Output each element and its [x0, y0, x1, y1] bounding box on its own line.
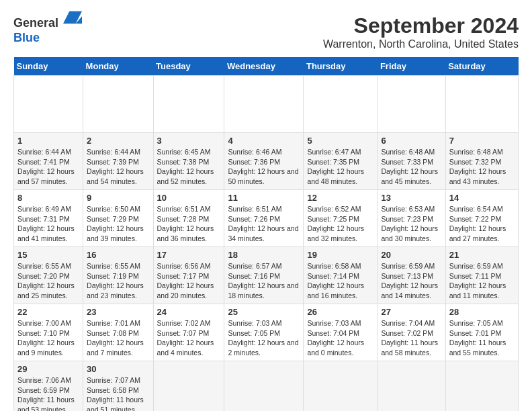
col-saturday: Saturday — [445, 57, 518, 76]
day-number: 3 — [157, 136, 221, 146]
page-subtitle: Warrenton, North Carolina, United States — [323, 38, 519, 50]
day-cell-14: 14 Sunrise: 6:54 AMSunset: 7:22 PMDaylig… — [445, 190, 518, 247]
header-row: Sunday Monday Tuesday Wednesday Thursday… — [14, 57, 519, 76]
day-cell-4: 4 Sunrise: 6:46 AMSunset: 7:36 PMDayligh… — [224, 133, 304, 190]
day-info: Sunrise: 6:54 AMSunset: 7:22 PMDaylight:… — [449, 204, 515, 244]
day-info: Sunrise: 6:50 AMSunset: 7:29 PMDaylight:… — [87, 204, 149, 244]
day-number: 15 — [17, 250, 79, 260]
day-cell-27: 27 Sunrise: 7:04 AMSunset: 7:02 PMDaylig… — [378, 304, 445, 361]
table-row: 29 Sunrise: 7:06 AMSunset: 6:59 PMDaylig… — [14, 361, 519, 412]
day-info: Sunrise: 6:51 AMSunset: 7:26 PMDaylight:… — [228, 204, 300, 244]
day-number: 24 — [157, 307, 221, 317]
day-info: Sunrise: 6:44 AMSunset: 7:41 PMDaylight:… — [17, 147, 79, 187]
day-number: 2 — [87, 136, 149, 146]
day-info: Sunrise: 7:03 AMSunset: 7:05 PMDaylight:… — [228, 318, 300, 358]
day-number: 21 — [449, 250, 515, 260]
empty-cell — [445, 361, 518, 412]
day-info: Sunrise: 6:55 AMSunset: 7:19 PMDaylight:… — [87, 261, 149, 301]
day-cell-13: 13 Sunrise: 6:53 AMSunset: 7:23 PMDaylig… — [378, 190, 445, 247]
day-cell-22: 22 Sunrise: 7:00 AMSunset: 7:10 PMDaylig… — [14, 304, 83, 361]
day-info: Sunrise: 6:44 AMSunset: 7:39 PMDaylight:… — [87, 147, 149, 187]
day-cell-20: 20 Sunrise: 6:59 AMSunset: 7:13 PMDaylig… — [378, 247, 445, 304]
page-title: September 2024 — [323, 13, 519, 38]
day-info: Sunrise: 7:04 AMSunset: 7:02 PMDaylight:… — [381, 318, 441, 358]
day-number: 7 — [449, 136, 515, 146]
day-info: Sunrise: 6:48 AMSunset: 7:33 PMDaylight:… — [381, 147, 441, 187]
day-number: 11 — [228, 193, 300, 203]
day-number: 17 — [157, 250, 221, 260]
col-sunday: Sunday — [14, 57, 83, 76]
table-row — [14, 76, 519, 133]
col-tuesday: Tuesday — [153, 57, 224, 76]
logo-icon — [63, 8, 82, 27]
title-block: September 2024 Warrenton, North Carolina… — [323, 13, 519, 50]
day-number: 25 — [228, 307, 300, 317]
empty-cell — [224, 361, 304, 412]
day-number: 18 — [228, 250, 300, 260]
day-number: 28 — [449, 307, 515, 317]
day-cell-3: 3 Sunrise: 6:45 AMSunset: 7:38 PMDayligh… — [153, 133, 224, 190]
day-info: Sunrise: 6:49 AMSunset: 7:31 PMDaylight:… — [17, 204, 79, 244]
day-info: Sunrise: 7:07 AMSunset: 6:58 PMDaylight:… — [87, 375, 149, 411]
day-info: Sunrise: 7:01 AMSunset: 7:08 PMDaylight:… — [87, 318, 149, 358]
day-cell-5: 5 Sunrise: 6:47 AMSunset: 7:35 PMDayligh… — [304, 133, 378, 190]
day-cell-1: 1 Sunrise: 6:44 AMSunset: 7:41 PMDayligh… — [14, 133, 83, 190]
day-number: 4 — [228, 136, 300, 146]
day-cell-17: 17 Sunrise: 6:56 AMSunset: 7:17 PMDaylig… — [153, 247, 224, 304]
day-cell-28: 28 Sunrise: 7:05 AMSunset: 7:01 PMDaylig… — [445, 304, 518, 361]
logo-blue: Blue — [13, 31, 40, 44]
empty-cell — [378, 76, 445, 133]
day-info: Sunrise: 7:05 AMSunset: 7:01 PMDaylight:… — [449, 318, 515, 358]
day-number: 9 — [87, 193, 149, 203]
page-header: General Blue September 2024 Warrenton, N… — [13, 13, 519, 50]
day-info: Sunrise: 7:00 AMSunset: 7:10 PMDaylight:… — [17, 318, 79, 358]
col-thursday: Thursday — [304, 57, 378, 76]
day-number: 30 — [87, 364, 149, 374]
empty-cell — [445, 76, 518, 133]
day-info: Sunrise: 6:53 AMSunset: 7:23 PMDaylight:… — [381, 204, 441, 244]
day-cell-9: 9 Sunrise: 6:50 AMSunset: 7:29 PMDayligh… — [83, 190, 153, 247]
day-cell-15: 15 Sunrise: 6:55 AMSunset: 7:20 PMDaylig… — [14, 247, 83, 304]
day-info: Sunrise: 6:51 AMSunset: 7:28 PMDaylight:… — [157, 204, 221, 244]
day-info: Sunrise: 6:57 AMSunset: 7:16 PMDaylight:… — [228, 261, 300, 301]
day-cell-18: 18 Sunrise: 6:57 AMSunset: 7:16 PMDaylig… — [224, 247, 304, 304]
day-info: Sunrise: 6:59 AMSunset: 7:13 PMDaylight:… — [381, 261, 441, 301]
logo-general: General — [13, 16, 58, 30]
calendar-table: Sunday Monday Tuesday Wednesday Thursday… — [13, 57, 519, 411]
day-cell-8: 8 Sunrise: 6:49 AMSunset: 7:31 PMDayligh… — [14, 190, 83, 247]
day-number: 29 — [17, 364, 79, 374]
day-cell-26: 26 Sunrise: 7:03 AMSunset: 7:04 PMDaylig… — [304, 304, 378, 361]
day-cell-30: 30 Sunrise: 7:07 AMSunset: 6:58 PMDaylig… — [83, 361, 153, 412]
day-number: 14 — [449, 193, 515, 203]
day-number: 19 — [307, 250, 373, 260]
day-info: Sunrise: 7:03 AMSunset: 7:04 PMDaylight:… — [307, 318, 373, 358]
day-info: Sunrise: 6:56 AMSunset: 7:17 PMDaylight:… — [157, 261, 221, 301]
day-info: Sunrise: 6:59 AMSunset: 7:11 PMDaylight:… — [449, 261, 515, 301]
day-cell-2: 2 Sunrise: 6:44 AMSunset: 7:39 PMDayligh… — [83, 133, 153, 190]
day-cell-29: 29 Sunrise: 7:06 AMSunset: 6:59 PMDaylig… — [14, 361, 83, 412]
day-cell-23: 23 Sunrise: 7:01 AMSunset: 7:08 PMDaylig… — [83, 304, 153, 361]
day-number: 13 — [381, 193, 441, 203]
day-number: 27 — [381, 307, 441, 317]
day-number: 23 — [87, 307, 149, 317]
table-row: 15 Sunrise: 6:55 AMSunset: 7:20 PMDaylig… — [14, 247, 519, 304]
day-number: 5 — [307, 136, 373, 146]
empty-cell — [378, 361, 445, 412]
table-row: 22 Sunrise: 7:00 AMSunset: 7:10 PMDaylig… — [14, 304, 519, 361]
table-row: 1 Sunrise: 6:44 AMSunset: 7:41 PMDayligh… — [14, 133, 519, 190]
col-wednesday: Wednesday — [224, 57, 304, 76]
day-number: 16 — [87, 250, 149, 260]
day-number: 10 — [157, 193, 221, 203]
day-cell-21: 21 Sunrise: 6:59 AMSunset: 7:11 PMDaylig… — [445, 247, 518, 304]
day-cell-16: 16 Sunrise: 6:55 AMSunset: 7:19 PMDaylig… — [83, 247, 153, 304]
day-number: 22 — [17, 307, 79, 317]
empty-cell — [153, 76, 224, 133]
empty-cell — [224, 76, 304, 133]
day-number: 8 — [17, 193, 79, 203]
day-cell-24: 24 Sunrise: 7:02 AMSunset: 7:07 PMDaylig… — [153, 304, 224, 361]
day-info: Sunrise: 6:47 AMSunset: 7:35 PMDaylight:… — [307, 147, 373, 187]
day-cell-10: 10 Sunrise: 6:51 AMSunset: 7:28 PMDaylig… — [153, 190, 224, 247]
day-cell-6: 6 Sunrise: 6:48 AMSunset: 7:33 PMDayligh… — [378, 133, 445, 190]
day-number: 6 — [381, 136, 441, 146]
day-number: 26 — [307, 307, 373, 317]
